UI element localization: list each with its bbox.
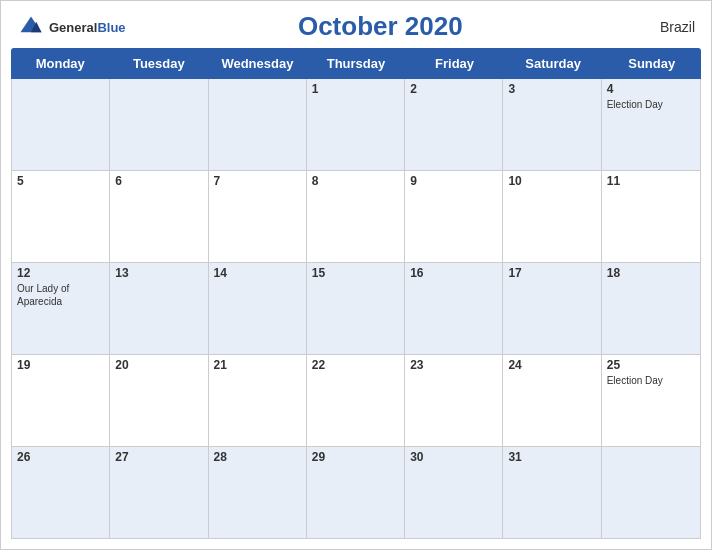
day-cell: 14 (209, 263, 307, 354)
day-cell (110, 79, 208, 170)
day-number: 19 (17, 358, 104, 372)
day-cell: 25Election Day (602, 355, 700, 446)
day-event: Election Day (607, 374, 695, 387)
day-number: 3 (508, 82, 595, 96)
week-row-5: 262728293031 (12, 447, 700, 538)
day-number: 27 (115, 450, 202, 464)
day-number: 29 (312, 450, 399, 464)
logo-text: GeneralBlue (49, 18, 126, 36)
day-cell: 31 (503, 447, 601, 538)
day-cell: 29 (307, 447, 405, 538)
day-cell: 23 (405, 355, 503, 446)
day-number: 25 (607, 358, 695, 372)
day-cell: 3 (503, 79, 601, 170)
day-headers: MondayTuesdayWednesdayThursdayFridaySatu… (11, 48, 701, 79)
day-number: 31 (508, 450, 595, 464)
day-number: 23 (410, 358, 497, 372)
day-cell: 5 (12, 171, 110, 262)
day-number: 28 (214, 450, 301, 464)
day-cell (12, 79, 110, 170)
day-header-thursday: Thursday (307, 48, 406, 79)
day-number: 30 (410, 450, 497, 464)
day-number: 20 (115, 358, 202, 372)
calendar-header: GeneralBlue October 2020 Brazil (1, 1, 711, 48)
day-number: 15 (312, 266, 399, 280)
day-cell: 19 (12, 355, 110, 446)
calendar-container: GeneralBlue October 2020 Brazil MondayTu… (0, 0, 712, 550)
day-cell: 9 (405, 171, 503, 262)
day-cell: 2 (405, 79, 503, 170)
day-cell: 20 (110, 355, 208, 446)
day-header-wednesday: Wednesday (208, 48, 307, 79)
day-number: 13 (115, 266, 202, 280)
day-header-friday: Friday (405, 48, 504, 79)
day-cell (209, 79, 307, 170)
day-cell: 15 (307, 263, 405, 354)
day-cell: 26 (12, 447, 110, 538)
day-cell: 1 (307, 79, 405, 170)
day-event: Election Day (607, 98, 695, 111)
day-cell: 21 (209, 355, 307, 446)
day-cell: 11 (602, 171, 700, 262)
day-cell: 7 (209, 171, 307, 262)
calendar-title: October 2020 (126, 11, 635, 42)
day-cell: 30 (405, 447, 503, 538)
day-cell (602, 447, 700, 538)
week-row-1: 1234Election Day (12, 79, 700, 171)
day-cell: 4Election Day (602, 79, 700, 170)
week-row-3: 12Our Lady of Aparecida131415161718 (12, 263, 700, 355)
day-number: 11 (607, 174, 695, 188)
day-number: 17 (508, 266, 595, 280)
country-label: Brazil (635, 19, 695, 35)
day-number: 6 (115, 174, 202, 188)
day-number: 16 (410, 266, 497, 280)
day-number: 10 (508, 174, 595, 188)
day-number: 7 (214, 174, 301, 188)
day-number: 18 (607, 266, 695, 280)
day-number: 9 (410, 174, 497, 188)
logo-blue: Blue (97, 20, 125, 35)
day-header-tuesday: Tuesday (110, 48, 209, 79)
day-number: 24 (508, 358, 595, 372)
day-number: 2 (410, 82, 497, 96)
day-header-sunday: Sunday (602, 48, 701, 79)
day-cell: 12Our Lady of Aparecida (12, 263, 110, 354)
day-number: 4 (607, 82, 695, 96)
day-cell: 27 (110, 447, 208, 538)
day-event: Our Lady of Aparecida (17, 282, 104, 308)
day-cell: 6 (110, 171, 208, 262)
day-header-monday: Monday (11, 48, 110, 79)
week-row-4: 19202122232425Election Day (12, 355, 700, 447)
day-number: 5 (17, 174, 104, 188)
day-header-saturday: Saturday (504, 48, 603, 79)
day-number: 1 (312, 82, 399, 96)
logo-general: General (49, 20, 97, 35)
day-cell: 24 (503, 355, 601, 446)
day-number: 22 (312, 358, 399, 372)
day-number: 26 (17, 450, 104, 464)
week-row-2: 567891011 (12, 171, 700, 263)
logo-icon (17, 13, 45, 41)
day-cell: 16 (405, 263, 503, 354)
day-cell: 8 (307, 171, 405, 262)
calendar-weeks: 1234Election Day56789101112Our Lady of A… (11, 79, 701, 539)
day-number: 12 (17, 266, 104, 280)
day-cell: 10 (503, 171, 601, 262)
calendar-grid: MondayTuesdayWednesdayThursdayFridaySatu… (1, 48, 711, 549)
day-cell: 18 (602, 263, 700, 354)
day-number: 8 (312, 174, 399, 188)
day-number: 14 (214, 266, 301, 280)
day-cell: 13 (110, 263, 208, 354)
day-cell: 17 (503, 263, 601, 354)
day-number: 21 (214, 358, 301, 372)
day-cell: 22 (307, 355, 405, 446)
logo-area: GeneralBlue (17, 13, 126, 41)
day-cell: 28 (209, 447, 307, 538)
